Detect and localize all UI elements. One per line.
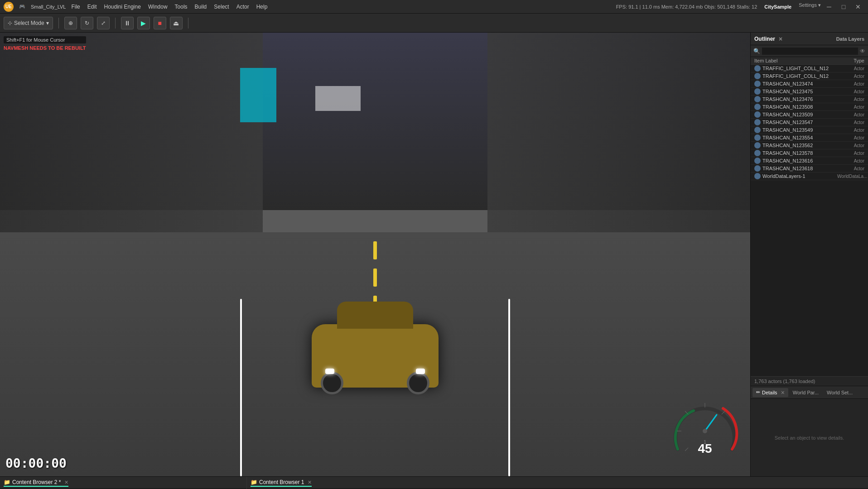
actor-icon	[754, 158, 761, 164]
menu-houdini[interactable]: Houdini Engine	[104, 4, 140, 10]
road-line-right	[508, 299, 510, 476]
outliner-item[interactable]: TRASHCAN_N123475 Actor	[751, 88, 868, 96]
outliner-item[interactable]: TRAFFIC_LIGHT_COLL_N12 Actor	[751, 72, 868, 80]
outliner-item[interactable]: TRASHCAN_N123547 Actor	[751, 119, 868, 126]
mode-switcher[interactable]: ⊹ Select Mode ▾	[4, 17, 53, 29]
details-close[interactable]: ×	[781, 389, 785, 396]
data-layers-tab[interactable]: Data Layers	[836, 36, 864, 42]
item-type: Actor	[837, 105, 864, 110]
road-line-left	[240, 299, 242, 476]
outliner-search-input[interactable]	[762, 48, 858, 55]
item-type: Actor	[837, 66, 864, 71]
details-tab-details[interactable]: ✏ Details ×	[752, 388, 788, 397]
main-area: Shift+F1 for Mouse Cursor NAVMESH NEEDS …	[0, 33, 868, 476]
white-obstacle	[315, 86, 361, 111]
menu-build[interactable]: Build	[195, 4, 207, 10]
item-type: Actor	[837, 158, 864, 163]
menu-actor[interactable]: Actor	[236, 4, 249, 10]
menu-help[interactable]: Help	[256, 4, 268, 10]
titlebar-right: FPS: 91.1 | 11.0 ms Mem: 4,722.04 mb Obj…	[616, 2, 864, 11]
item-label: TRASHCAN_N123549	[762, 127, 837, 133]
outliner-footer: 1,763 actors (1,763 loaded)	[751, 376, 868, 386]
menu-tools[interactable]: Tools	[175, 4, 188, 10]
outliner-item[interactable]: WorldDataLayers-1 WorldDataLa...	[751, 173, 868, 180]
outliner-close[interactable]: ×	[779, 35, 782, 43]
viewport-scene: Shift+F1 for Mouse Cursor NAVMESH NEEDS …	[0, 33, 750, 476]
cb2-icon: 📁	[4, 479, 10, 485]
details-tab-worldpar[interactable]: World Par...	[789, 389, 822, 396]
outliner-item[interactable]: TRASHCAN_N123618 Actor	[751, 165, 868, 173]
outliner-item[interactable]: TRASHCAN_N123508 Actor	[751, 103, 868, 111]
svg-line-0	[685, 448, 688, 451]
project-name: Small_City_LVL	[31, 4, 66, 10]
play-button[interactable]: ▶	[137, 17, 150, 29]
col-item-label: Item Label	[754, 58, 833, 63]
outliner-item[interactable]: TRASHCAN_N123616 Actor	[751, 157, 868, 165]
menu-select[interactable]: Select	[214, 4, 229, 10]
actor-icon	[754, 88, 761, 95]
item-type: Actor	[837, 74, 864, 79]
eject-button[interactable]: ⏏	[170, 17, 183, 29]
rotate-mode-btn[interactable]: ↻	[81, 17, 93, 29]
stop-button[interactable]: ■	[154, 17, 166, 29]
item-label: TRASHCAN_N123474	[762, 81, 837, 86]
pause-button[interactable]: ⏸	[121, 17, 134, 29]
details-tab-worldset[interactable]: World Set...	[823, 389, 856, 396]
outliner-tab[interactable]: Outliner ×	[754, 35, 782, 43]
actor-icon	[754, 165, 761, 172]
actor-icon	[754, 111, 761, 118]
menu-file[interactable]: File	[71, 4, 80, 10]
outliner-item[interactable]: TRASHCAN_N123509 Actor	[751, 111, 868, 119]
outliner-item[interactable]: TRASHCAN_N123549 Actor	[751, 126, 868, 134]
transform-mode-btn[interactable]: ⊕	[64, 17, 77, 29]
cb1-close[interactable]: ×	[308, 479, 311, 486]
car-wheel-front-left	[321, 372, 343, 394]
minimize-button[interactable]: ─	[823, 2, 835, 11]
item-label: TRASHCAN_N123476	[762, 96, 837, 102]
menu-edit[interactable]: Edit	[87, 4, 97, 10]
viewport[interactable]: Shift+F1 for Mouse Cursor NAVMESH NEEDS …	[0, 33, 750, 476]
svg-point-6	[703, 429, 707, 433]
maximize-button[interactable]: □	[837, 2, 850, 11]
actor-icon	[754, 173, 761, 179]
search-icon: 🔍	[753, 48, 760, 54]
cb2-tab[interactable]: 📁 Content Browser 2 * ×	[4, 479, 68, 487]
outliner-title: Outliner	[754, 36, 775, 42]
main-menu: File Edit Houdini Engine Window Tools Bu…	[71, 4, 267, 10]
cb1-tab[interactable]: 📁 Content Browser 1 ×	[251, 479, 312, 487]
outliner-header: Outliner × Data Layers	[751, 33, 868, 45]
item-label: TRASHCAN_N123547	[762, 120, 837, 125]
window-controls: Settings ▾ ─ □ ✕	[799, 2, 864, 11]
close-button[interactable]: ✕	[852, 2, 864, 11]
actor-icon	[754, 65, 761, 72]
timecode-display: 00:00:00	[5, 456, 67, 471]
eye-icon: 👁	[860, 48, 865, 54]
outliner-item[interactable]: TRAFFIC_LIGHT_COLL_N12 Actor	[751, 65, 868, 72]
item-type: Actor	[837, 128, 864, 133]
outliner-item[interactable]: TRASHCAN_N123474 Actor	[751, 80, 868, 88]
transform-icon: ⊕	[68, 20, 73, 26]
settings-label[interactable]: Settings ▾	[799, 2, 821, 11]
cb2-close[interactable]: ×	[64, 479, 68, 486]
item-label: TRASHCAN_N123618	[762, 166, 837, 171]
outliner-item[interactable]: TRASHCAN_N123562 Actor	[751, 142, 868, 149]
item-label: WorldDataLayers-1	[762, 173, 837, 179]
scale-mode-btn[interactable]: ⤢	[97, 17, 110, 29]
item-type: WorldDataLa...	[837, 174, 864, 179]
title-bar: UE 🎮 Small_City_LVL File Edit Houdini En…	[0, 0, 868, 14]
outliner-item[interactable]: TRASHCAN_N123554 Actor	[751, 134, 868, 142]
outliner-item[interactable]: TRASHCAN_N123578 Actor	[751, 149, 868, 157]
toolbar-sep-3	[188, 18, 188, 29]
actor-icon	[754, 104, 761, 110]
project-icon: 🎮	[19, 4, 25, 10]
item-type: Actor	[837, 135, 864, 140]
actor-icon	[754, 127, 761, 133]
menu-window[interactable]: Window	[148, 4, 168, 10]
outliner-item[interactable]: TRASHCAN_N123476 Actor	[751, 96, 868, 103]
toolbar-sep-1	[58, 18, 59, 29]
item-type: Actor	[837, 82, 864, 86]
item-type: Actor	[837, 120, 864, 125]
svg-text:45: 45	[698, 441, 712, 455]
item-label: TRASHCAN_N123616	[762, 158, 837, 163]
details-tab-label: Details	[762, 390, 777, 395]
